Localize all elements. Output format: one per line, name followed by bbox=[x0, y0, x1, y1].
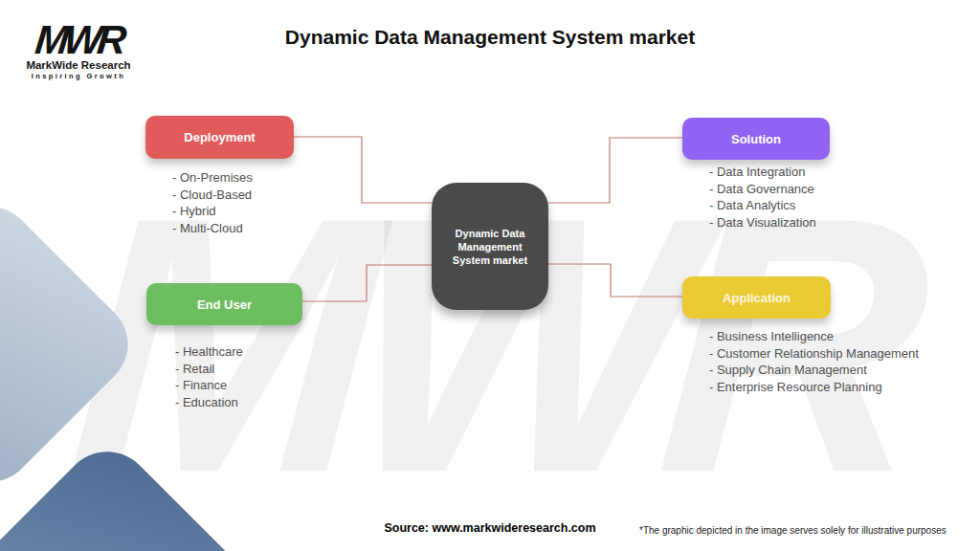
list-item: - Data Integration bbox=[709, 164, 816, 181]
deployment-box: Deployment bbox=[145, 116, 294, 159]
list-item: - Supply Chain Management bbox=[709, 362, 919, 379]
list-item: - Business Intelligence bbox=[709, 328, 919, 345]
list-item: - On-Premises bbox=[172, 169, 253, 187]
connector-end-user bbox=[302, 265, 432, 301]
end-user-list: - Healthcare - Retail - Finance - Educat… bbox=[175, 343, 243, 410]
logo-tagline: Inspiring Growth bbox=[21, 72, 136, 80]
list-item: - Data Governance bbox=[709, 181, 816, 198]
list-item: - Healthcare bbox=[175, 343, 243, 361]
list-item: - Retail bbox=[175, 361, 243, 378]
connector-deployment bbox=[294, 137, 432, 203]
deployment-list: - On-Premises - Cloud-Based - Hybrid - M… bbox=[172, 169, 253, 236]
end-user-box: End User bbox=[146, 283, 302, 325]
list-item: - Multi-Cloud bbox=[172, 220, 253, 237]
list-item: - Data Visualization bbox=[709, 214, 816, 231]
application-label: Application bbox=[723, 291, 791, 305]
connector-solution bbox=[548, 138, 682, 203]
application-list: - Business Intelligence - Customer Relat… bbox=[709, 328, 919, 395]
solution-label: Solution bbox=[731, 132, 781, 146]
page-title: Dynamic Data Management System market bbox=[0, 26, 980, 49]
disclaimer-text: *The graphic depicted in the image serve… bbox=[639, 525, 947, 536]
solution-list: - Data Integration - Data Governance - D… bbox=[709, 164, 816, 231]
center-node-label: Dynamic Data Management System market bbox=[432, 227, 548, 267]
end-user-label: End User bbox=[197, 298, 252, 312]
connector-application bbox=[548, 264, 682, 297]
list-item: - Cloud-Based bbox=[172, 187, 253, 204]
center-node: Dynamic Data Management System market bbox=[432, 183, 548, 310]
list-item: - Enterprise Resource Planning bbox=[709, 379, 919, 396]
deployment-label: Deployment bbox=[184, 130, 255, 144]
solution-box: Solution bbox=[682, 118, 830, 160]
list-item: - Hybrid bbox=[172, 203, 253, 220]
list-item: - Finance bbox=[175, 377, 243, 394]
list-item: - Data Analytics bbox=[709, 197, 816, 214]
list-item: - Customer Relationship Management bbox=[709, 345, 919, 363]
application-box: Application bbox=[682, 276, 831, 319]
list-item: - Education bbox=[175, 394, 243, 411]
